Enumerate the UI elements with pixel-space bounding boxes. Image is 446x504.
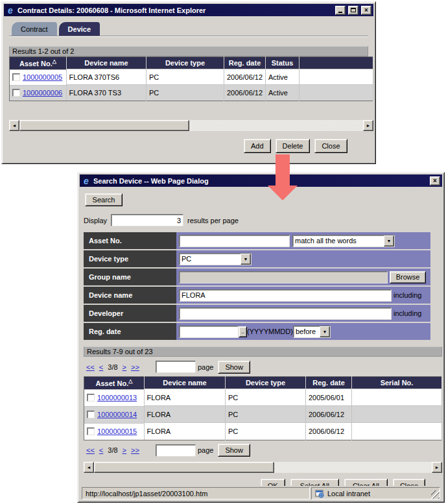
row-checkbox[interactable] — [12, 73, 20, 81]
asset-no-input[interactable] — [179, 235, 290, 247]
col-asset-no[interactable]: Asset No.△ — [84, 377, 145, 389]
match-mode-select[interactable]: match all the words ▼ — [292, 235, 395, 247]
asset-no-link[interactable]: 1000000013 — [97, 394, 137, 402]
device-type-select[interactable]: PC ▼ — [179, 253, 252, 265]
first-page-link[interactable]: << — [86, 446, 95, 454]
form-row-asset-no: Asset No. match all the words ▼ — [84, 232, 430, 249]
developer-input[interactable] — [179, 307, 392, 320]
scrollbar-track[interactable] — [189, 120, 363, 131]
scroll-left-button[interactable]: ◄ — [9, 120, 19, 131]
scrollbar-thumb[interactable] — [94, 462, 274, 473]
results-count-text: Results 1-2 out of 2 — [12, 47, 74, 55]
cell-device-name: FLORA — [145, 423, 226, 440]
form-row-device-name: Device name including — [84, 287, 430, 304]
search-button[interactable]: Search — [85, 193, 123, 206]
scroll-right-button[interactable]: ► — [432, 462, 442, 473]
row-checkbox[interactable] — [12, 89, 20, 97]
maximize-icon — [351, 8, 356, 12]
minimize-button[interactable] — [335, 6, 346, 15]
status-url-text: http://localhost/jp1asset/20003100.htm — [86, 490, 207, 498]
close-dialog-button[interactable]: Close — [314, 139, 347, 153]
prev-page-link[interactable]: < — [99, 446, 103, 454]
maximize-button[interactable] — [348, 6, 358, 15]
window-title: Contract Details: 20060608 - Microsoft I… — [18, 6, 333, 14]
results-per-page-input[interactable] — [111, 214, 183, 226]
delete-button[interactable]: Delete — [276, 139, 311, 153]
reg-date-input[interactable] — [179, 326, 239, 338]
page-number-input[interactable] — [156, 361, 196, 373]
scrollbar-thumb[interactable] — [19, 120, 189, 131]
page-number-input[interactable] — [156, 444, 196, 457]
add-button[interactable]: Add — [244, 139, 271, 153]
page-label: page — [198, 363, 213, 371]
scroll-left-button[interactable]: ◄ — [84, 462, 94, 473]
page-indicator: 3/8 — [108, 446, 117, 454]
page-indicator: 3/8 — [108, 363, 117, 371]
col-device-type[interactable]: Device type — [226, 377, 306, 389]
scroll-left-icon: ◄ — [12, 123, 17, 128]
contract-device-table: Asset No.△ Device name Device type Reg. … — [9, 56, 373, 101]
close-button[interactable]: × — [430, 176, 440, 186]
col-reg-date[interactable]: Reg. date — [306, 377, 352, 389]
asset-no-link[interactable]: 1000000006 — [23, 89, 62, 97]
table-row: 1000000014 FLORA PC 2006/06/12 — [84, 406, 442, 423]
col-serial-no[interactable]: Serial No. — [352, 377, 442, 389]
cell-device-name: FLORA — [145, 406, 226, 423]
form-row-developer: Developer including — [84, 305, 430, 322]
device-name-input[interactable] — [179, 289, 392, 302]
cell-reg-date: 2006/06/12 — [306, 406, 352, 423]
results-count-bar: Results 7-9 out of 23 — [84, 346, 442, 357]
col-status[interactable]: Status — [266, 57, 299, 69]
date-picker-button[interactable]: .. — [239, 326, 247, 337]
search-titlebar[interactable]: e Search Device -- Web Page Dialog × — [80, 174, 442, 187]
display-per-page-row: Display results per page — [84, 214, 438, 226]
col-asset-no[interactable]: Asset No.△ — [10, 57, 67, 69]
contract-titlebar[interactable]: e Contract Details: 20060608 - Microsoft… — [4, 4, 373, 16]
col-device-name[interactable]: Device name — [145, 377, 226, 389]
next-page-link[interactable]: > — [123, 363, 126, 371]
asset-no-label: Asset No. — [84, 232, 176, 249]
row-checkbox[interactable] — [87, 427, 95, 435]
device-name-match-hint: including — [393, 291, 421, 299]
row-checkbox[interactable] — [87, 394, 95, 402]
tab-contract[interactable]: Contract — [12, 22, 57, 36]
col-device-type[interactable]: Device type — [147, 57, 224, 69]
close-button[interactable]: × — [361, 6, 371, 15]
tab-device[interactable]: Device — [59, 22, 100, 36]
asset-no-link[interactable]: 1000000005 — [23, 73, 62, 81]
asset-no-link[interactable]: 1000000015 — [97, 427, 137, 435]
horizontal-scrollbar[interactable]: ◄ ► — [9, 120, 373, 131]
horizontal-scrollbar[interactable]: ◄ ► — [84, 462, 442, 473]
first-page-link[interactable]: << — [86, 363, 95, 371]
row-checkbox[interactable] — [87, 411, 95, 418]
next-page-link[interactable]: > — [123, 446, 126, 454]
scroll-right-icon: ► — [435, 465, 440, 470]
cell-serial-no — [352, 406, 442, 423]
show-page-button[interactable]: Show — [218, 444, 250, 457]
device-name-label: Device name — [84, 287, 176, 304]
prev-page-link[interactable]: < — [99, 363, 103, 371]
browse-button[interactable]: Browse — [390, 271, 426, 283]
col-reg-date[interactable]: Reg. date — [224, 57, 266, 69]
page-label: page — [198, 446, 213, 454]
cell-device-type: PC — [226, 406, 306, 423]
resize-grip[interactable] — [431, 490, 440, 499]
close-icon: × — [433, 178, 437, 184]
scrollbar-track[interactable] — [274, 462, 432, 473]
col-device-name[interactable]: Device name — [67, 57, 147, 69]
date-condition-select[interactable]: before ▼ — [293, 326, 331, 338]
cell-device-type: PC — [226, 389, 306, 406]
last-page-link[interactable]: >> — [131, 446, 139, 454]
show-page-button[interactable]: Show — [218, 361, 250, 374]
local-intranet-icon — [315, 489, 324, 498]
ie-icon: e — [6, 6, 15, 15]
contract-details-window: e Contract Details: 20060608 - Microsoft… — [1, 1, 376, 164]
form-row-device-type: Device type PC ▼ — [84, 250, 430, 267]
chevron-down-icon: ▼ — [241, 254, 251, 265]
scroll-right-button[interactable]: ► — [363, 120, 373, 131]
results-per-page-suffix: results per page — [187, 217, 239, 224]
cell-reg-date: 2006/06/12 — [224, 69, 266, 85]
device-type-label: Device type — [84, 250, 176, 267]
asset-no-link[interactable]: 1000000014 — [97, 411, 137, 418]
last-page-link[interactable]: >> — [131, 363, 139, 371]
